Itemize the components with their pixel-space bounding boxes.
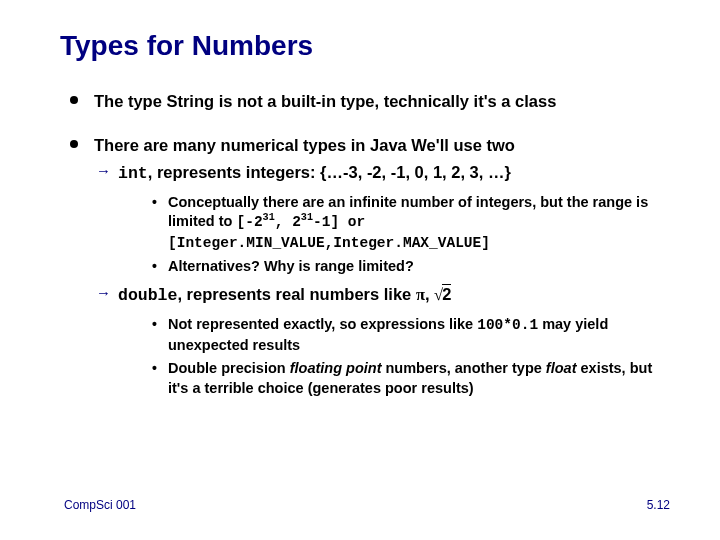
double-sub-1-code: 100*0.1	[477, 317, 538, 333]
arrow-list: int, represents integers: {…-3, -2, -1, …	[94, 161, 670, 399]
double-sub-2: Double precision floating point numbers,…	[152, 359, 670, 398]
float-italic: float	[546, 360, 577, 376]
bullet-1-text: The type String is not a built-in type, …	[94, 92, 556, 110]
footer: CompSci 001 5.12	[64, 498, 670, 512]
int-minmax-code: [Integer.MIN_VALUE,Integer.MAX_VALUE]	[168, 235, 490, 251]
int-sub-2-text: Alternatives? Why is range limited?	[168, 258, 414, 274]
int-sublist: Conceptually there are an infinite numbe…	[152, 193, 670, 277]
arrow-double: double, represents real numbers like π, …	[94, 283, 670, 399]
int-exp-2: 31	[301, 213, 313, 224]
double-sublist: Not represented exactly, so expressions …	[152, 315, 670, 398]
int-range-code-b: , 2	[275, 214, 301, 230]
slide: Types for Numbers The type String is not…	[0, 0, 720, 540]
int-keyword: int	[118, 164, 148, 183]
int-sub-1: Conceptually there are an infinite numbe…	[152, 193, 670, 254]
floating-point-italic: floating point	[290, 360, 382, 376]
arrow-int: int, represents integers: {…-3, -2, -1, …	[94, 161, 670, 278]
double-desc-b: ,	[425, 285, 434, 303]
double-desc-a: , represents real numbers like	[177, 285, 415, 303]
bullet-2-text: There are many numerical types in Java W…	[94, 136, 515, 154]
bullet-2: There are many numerical types in Java W…	[64, 134, 670, 398]
double-sub-1a: Not represented exactly, so expressions …	[168, 316, 477, 332]
int-exp-1: 31	[263, 213, 275, 224]
sqrt-arg: 2	[442, 284, 451, 303]
bullet-1: The type String is not a built-in type, …	[64, 90, 670, 112]
int-sub-2: Alternatives? Why is range limited?	[152, 257, 670, 277]
pi-symbol: π	[416, 285, 425, 304]
double-sub-2a: Double precision	[168, 360, 290, 376]
footer-right: 5.12	[647, 498, 670, 512]
double-keyword: double	[118, 286, 177, 305]
double-sub-2b: numbers, another type	[381, 360, 545, 376]
int-desc: , represents integers: {…-3, -2, -1, 0, …	[148, 163, 511, 181]
bullet-list: The type String is not a built-in type, …	[64, 90, 670, 399]
int-range-code-c: -1] or	[313, 214, 365, 230]
footer-left: CompSci 001	[64, 498, 136, 512]
int-range-code-a: [-2	[236, 214, 262, 230]
double-sub-1: Not represented exactly, so expressions …	[152, 315, 670, 355]
slide-title: Types for Numbers	[60, 30, 670, 62]
